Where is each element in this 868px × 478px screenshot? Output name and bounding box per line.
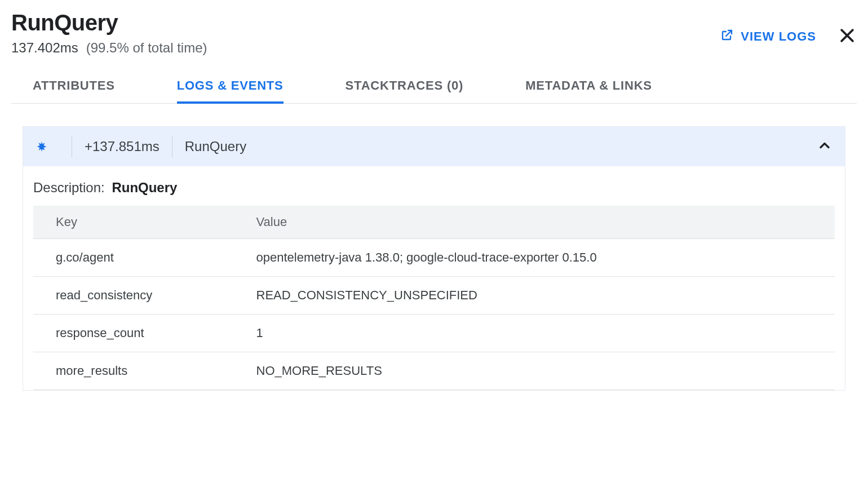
attr-value: READ_CONSISTENCY_UNSPECIFIED	[234, 277, 835, 315]
attr-value: 1	[234, 315, 835, 352]
tab-logs-events[interactable]: LOGS & EVENTS	[177, 73, 284, 103]
attr-key: read_consistency	[33, 277, 234, 315]
view-logs-button[interactable]: VIEW LOGS	[720, 28, 816, 45]
column-header-key: Key	[33, 206, 234, 239]
event-time-offset: +137.851ms	[85, 139, 160, 154]
event-toggle-header[interactable]: +137.851ms RunQuery	[23, 127, 845, 166]
table-row: more_results NO_MORE_RESULTS	[33, 352, 835, 390]
tab-bar: ATTRIBUTES LOGS & EVENTS STACKTRACES (0)…	[11, 56, 857, 104]
attr-key: response_count	[33, 315, 234, 352]
attr-value: opentelemetry-java 1.38.0; google-cloud-…	[234, 239, 835, 277]
separator	[72, 136, 72, 157]
collapse-button[interactable]	[817, 138, 832, 156]
tab-stacktraces[interactable]: STACKTRACES (0)	[346, 73, 464, 103]
attr-key: g.co/agent	[33, 239, 234, 277]
event-card: +137.851ms RunQuery Description: RunQuer…	[23, 126, 845, 391]
event-name: RunQuery	[185, 139, 246, 154]
table-row: read_consistency READ_CONSISTENCY_UNSPEC…	[33, 277, 835, 315]
tab-metadata-links[interactable]: METADATA & LINKS	[525, 73, 652, 103]
event-marker-icon	[36, 140, 48, 153]
description-value: RunQuery	[112, 180, 177, 195]
event-attributes-table: Key Value g.co/agent opentelemetry-java …	[33, 206, 835, 390]
separator	[172, 136, 172, 157]
table-row: g.co/agent opentelemetry-java 1.38.0; go…	[33, 239, 835, 277]
table-row: response_count 1	[33, 315, 835, 352]
span-title: RunQuery	[11, 10, 207, 36]
view-logs-label: VIEW LOGS	[741, 29, 816, 44]
column-header-value: Value	[234, 206, 835, 239]
close-icon	[838, 26, 857, 47]
tab-attributes[interactable]: ATTRIBUTES	[33, 73, 115, 103]
open-external-icon	[720, 28, 734, 45]
description-label: Description:	[33, 180, 105, 195]
chevron-up-icon	[817, 145, 832, 155]
span-percent: (99.5% of total time)	[86, 40, 207, 56]
attr-value: NO_MORE_RESULTS	[234, 352, 835, 390]
attr-key: more_results	[33, 352, 234, 390]
close-button[interactable]	[838, 26, 857, 47]
span-duration: 137.402ms	[11, 40, 78, 56]
